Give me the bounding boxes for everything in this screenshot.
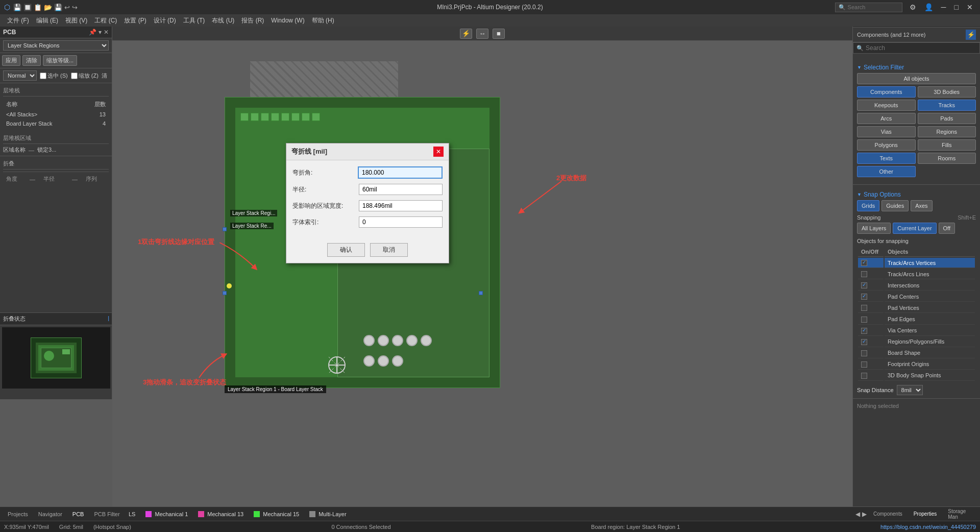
- close-button[interactable]: ✕: [964, 3, 976, 11]
- checkbox-regions[interactable]: [861, 339, 867, 345]
- tab-components[interactable]: Components: [869, 510, 907, 518]
- apply-button[interactable]: 应用: [2, 55, 20, 66]
- snap-row-pad-edges[interactable]: Pad Edges: [858, 314, 975, 324]
- snap-row-intersections[interactable]: Intersections: [858, 280, 975, 291]
- filter-icon-btn[interactable]: ⚡: [460, 29, 472, 39]
- menu-help[interactable]: 帮助 (H): [309, 15, 337, 26]
- filter-rooms[interactable]: Rooms: [918, 153, 976, 164]
- menu-tools[interactable]: 工具 (T): [180, 15, 208, 26]
- nav-next[interactable]: ▶: [862, 511, 867, 518]
- checkbox-pad-edges[interactable]: [861, 317, 867, 323]
- menu-file[interactable]: 文件 (F): [4, 15, 32, 26]
- account-icon[interactable]: 👤: [921, 3, 936, 11]
- filter-texts[interactable]: Texts: [857, 153, 916, 164]
- dialog-cancel-button[interactable]: 取消: [370, 243, 408, 257]
- snap-row-footprint-origins[interactable]: Footprint Origins: [858, 359, 975, 370]
- tab-pcb[interactable]: PCB: [68, 510, 89, 519]
- tab-navigator[interactable]: Navigator: [34, 510, 67, 519]
- checkbox-track-arcs-vertices[interactable]: [861, 260, 867, 266]
- off-btn[interactable]: Off: [939, 223, 955, 234]
- fold-status-slider[interactable]: |: [108, 315, 109, 323]
- menu-edit[interactable]: 编辑 (E): [33, 15, 61, 26]
- main-canvas[interactable]: Layer Stack Regi... Layer Stack Re... La…: [112, 41, 852, 506]
- grids-button[interactable]: Grids: [857, 200, 879, 211]
- filter-pads[interactable]: Pads: [918, 113, 976, 124]
- menu-view[interactable]: 视图 (V): [62, 15, 90, 26]
- tab-properties[interactable]: Properties: [909, 510, 942, 518]
- checkbox-3d-body[interactable]: [861, 373, 867, 379]
- settings-icon[interactable]: ⚙: [906, 3, 919, 11]
- all-objects-button[interactable]: All objects: [857, 73, 976, 84]
- snap-row-board-shape[interactable]: Board Shape: [858, 348, 975, 358]
- tab-pcb-filter[interactable]: PCB Filter: [89, 510, 124, 519]
- stop-icon-btn[interactable]: ■: [493, 29, 505, 39]
- board-layer-stack-row[interactable]: Board Layer Stack 4: [4, 119, 108, 128]
- snap-row-track-arcs-lines[interactable]: Track/Arcs Lines: [858, 269, 975, 279]
- layer-mech15[interactable]: Mechanical 15: [250, 510, 303, 518]
- layer-multilayer[interactable]: Multi-Layer: [305, 510, 350, 518]
- filter-vias[interactable]: Vias: [857, 126, 916, 137]
- menu-project[interactable]: 工程 (C): [91, 15, 120, 26]
- menu-report[interactable]: 报告 (R): [238, 15, 267, 26]
- dialog-input-width[interactable]: [359, 200, 443, 211]
- all-stacks-row[interactable]: <All Stacks> 13: [4, 110, 108, 118]
- snap-row-pad-centers[interactable]: Pad Centers: [858, 292, 975, 302]
- title-search-input[interactable]: [848, 4, 899, 10]
- menu-place[interactable]: 放置 (P): [121, 15, 149, 26]
- filter-tracks[interactable]: Tracks: [918, 100, 976, 111]
- handle-left-bot[interactable]: [223, 291, 227, 295]
- snap-distance-select[interactable]: 8mil: [897, 385, 923, 395]
- tab-projects[interactable]: Projects: [3, 510, 33, 519]
- snap-row-via-centers[interactable]: Via Centers: [858, 326, 975, 336]
- sync-icon-btn[interactable]: ↔: [476, 29, 488, 39]
- mode-dropdown[interactable]: Normal: [3, 70, 37, 81]
- snap-row-regions[interactable]: Regions/Polygons/Fills: [858, 337, 975, 347]
- nav-prev[interactable]: ◀: [855, 511, 860, 518]
- filter-polygons[interactable]: Polygons: [857, 139, 916, 151]
- pcb-panel-settings[interactable]: ▾: [99, 29, 102, 36]
- title-search-box[interactable]: 🔍: [835, 3, 902, 12]
- dialog-input-angle[interactable]: [358, 166, 443, 179]
- properties-search-input[interactable]: [866, 44, 976, 52]
- select-checkbox[interactable]: [40, 72, 46, 79]
- dialog-ok-button[interactable]: 确认: [327, 243, 365, 257]
- checkbox-board-shape[interactable]: [861, 350, 867, 356]
- handle-left-mid[interactable]: [223, 227, 227, 231]
- checkbox-pad-centers[interactable]: [861, 294, 867, 300]
- filter-fills[interactable]: Fills: [918, 139, 976, 151]
- layer-mech13[interactable]: Mechanical 13: [194, 510, 248, 518]
- maximize-button[interactable]: □: [951, 3, 962, 11]
- guides-button[interactable]: Guides: [881, 200, 909, 211]
- pcb-panel-pin[interactable]: 📌: [89, 29, 96, 36]
- pcb-panel-close[interactable]: ✕: [104, 29, 109, 36]
- layer-mech1[interactable]: Mechanical 1: [141, 510, 192, 518]
- zoom-button[interactable]: 缩放等级...: [43, 55, 77, 66]
- tab-storage-man[interactable]: Storage Man: [943, 507, 977, 521]
- checkbox-intersections[interactable]: [861, 282, 867, 288]
- clear-button[interactable]: 清除: [22, 55, 41, 66]
- snap-row-track-arcs-vertices[interactable]: Track/Arcs Vertices: [858, 258, 975, 268]
- snap-row-3d-body[interactable]: 3D Body Snap Points: [858, 371, 975, 381]
- checkbox-footprint-origins[interactable]: [861, 361, 867, 368]
- filter-arcs[interactable]: Arcs: [857, 113, 916, 124]
- checkbox-via-centers[interactable]: [861, 328, 867, 334]
- checkbox-track-arcs-lines[interactable]: [861, 271, 867, 277]
- dialog-input-radius[interactable]: [359, 184, 443, 195]
- filter-other[interactable]: Other: [857, 166, 916, 177]
- filter-regions[interactable]: Regions: [918, 126, 976, 137]
- checkbox-pad-vertices[interactable]: [861, 305, 867, 311]
- filter-3d-bodies[interactable]: 3D Bodies: [918, 86, 976, 98]
- menu-design[interactable]: 设计 (D): [151, 15, 179, 26]
- csdn-link[interactable]: https://blog.csdn.net/weixin_44450279: [880, 524, 976, 530]
- filter-components[interactable]: Components: [857, 86, 916, 98]
- menu-window[interactable]: Window (W): [268, 16, 307, 25]
- all-layers-btn[interactable]: All Layers: [857, 223, 891, 234]
- filter-button[interactable]: ⚡: [966, 30, 976, 40]
- zoom-checkbox[interactable]: [71, 72, 78, 79]
- dialog-close-button[interactable]: ✕: [433, 147, 444, 157]
- axes-button[interactable]: Axes: [911, 200, 932, 211]
- snap-row-pad-vertices[interactable]: Pad Vertices: [858, 303, 975, 313]
- menu-route[interactable]: 布线 (U): [209, 15, 237, 26]
- handle-right-bot[interactable]: [479, 291, 483, 295]
- minimize-button[interactable]: ─: [938, 3, 949, 11]
